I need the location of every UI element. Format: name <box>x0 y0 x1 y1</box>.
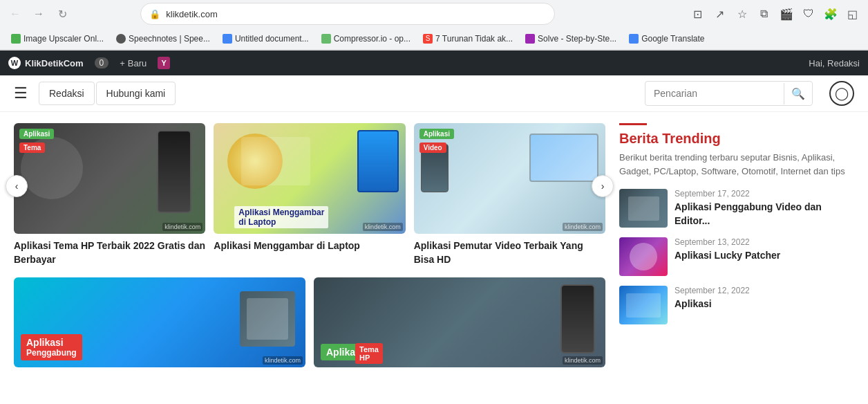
search-button[interactable]: 🔍 <box>784 83 812 104</box>
trending-list: September 17, 2022 Aplikasi Penggabung V… <box>619 189 854 324</box>
bookmark-label-upscaler: Image Upscaler Onl... <box>23 34 104 44</box>
bottom-card-2[interactable]: Aplikasi Tema HP klindetik.com <box>314 277 605 367</box>
wp-site-name: KlikDetikCom <box>25 58 84 68</box>
address-bar[interactable]: 🔒 klikdetik.com <box>140 3 555 25</box>
bookmark-item-7turunan[interactable]: S 7 Turunan Tidak ak... <box>417 32 518 46</box>
bookmark-label-compressor: Compressor.io - op... <box>334 34 411 44</box>
wp-comments[interactable]: 0 <box>95 57 109 68</box>
yoast-icon: Y <box>158 57 170 69</box>
bookmark-label-speechnotes: Speechnotes | Spee... <box>129 34 210 44</box>
plus-icon: + <box>120 58 125 68</box>
watermark-4: klindetik.com <box>263 356 303 365</box>
card-badge-video: Video <box>419 143 446 153</box>
cinema-icon[interactable]: 🎬 <box>777 4 796 24</box>
nav-redaksi[interactable]: Redaksi <box>39 82 95 105</box>
carousel-next-button[interactable]: › <box>592 175 614 197</box>
extensions-icon[interactable]: 🧩 <box>821 4 840 24</box>
bookmark-item-speechnotes[interactable]: Speechnotes | Spee... <box>111 32 216 46</box>
search-input[interactable] <box>645 84 784 103</box>
bookmark-label-solve: Solve - Step-by-Ste... <box>538 34 616 44</box>
card-title-2: Aplikasi Menggambar di Laptop <box>214 239 405 253</box>
bottom-badge-hp: HP <box>359 354 379 362</box>
share-icon[interactable]: ↗ <box>710 4 730 24</box>
bookmark-item-upscaler[interactable]: Image Upscaler Onl... <box>6 32 109 46</box>
back-button[interactable]: ← <box>6 4 25 24</box>
bookmark-star-icon[interactable]: ☆ <box>733 4 752 24</box>
card-thumb-2: Aplikasi Menggambardi Laptop klindetik.c… <box>214 123 405 234</box>
bottom-badge-penggabung: Penggabung <box>26 348 77 358</box>
trending-date-2: September 13, 2022 <box>674 237 854 247</box>
carousel-card-2[interactable]: Aplikasi Menggambardi Laptop klindetik.c… <box>214 123 405 266</box>
trending-bar <box>619 123 647 125</box>
header-nav: Redaksi Hubungi kami <box>39 82 176 105</box>
trending-item-3[interactable]: September 12, 2022 Aplikasi <box>619 286 854 324</box>
trending-item-2-meta: September 13, 2022 Aplikasi Lucky Patche… <box>674 237 854 276</box>
comment-count: 0 <box>95 57 109 68</box>
bottom-cards: Aplikasi Penggabung klindetik.com Aplika… <box>14 277 605 367</box>
watermark-3: klindetik.com <box>563 223 603 231</box>
bottom-badge-tema: Tema <box>359 345 379 354</box>
wp-greeting: Hai, Redaksi <box>809 58 860 68</box>
bottom-card-1[interactable]: Aplikasi Penggabung klindetik.com <box>14 277 305 367</box>
bookmark-favicon-gtranslate <box>629 34 639 44</box>
carousel: ‹ Aplikasi Tema klindetik.com Aplikasi T… <box>14 123 605 266</box>
carousel-prev-button[interactable]: ‹ <box>6 175 28 197</box>
profile-icon[interactable]: ◱ <box>843 4 862 24</box>
trending-title-2: Aplikasi Lucky Patcher <box>674 249 854 263</box>
bookmark-favicon-gdoc <box>223 34 232 44</box>
carousel-card-1[interactable]: Aplikasi Tema klindetik.com Aplikasi Tem… <box>14 123 205 266</box>
bookmark-favicon-speechnotes <box>116 34 126 44</box>
bookmark-item-gtranslate[interactable]: Google Translate <box>623 32 710 46</box>
address-bar-row: ← → ↻ 🔒 klikdetik.com ⊡ ↗ ☆ ⧉ 🎬 🛡 🧩 ◱ <box>0 0 868 28</box>
wp-new[interactable]: + Baru <box>120 58 147 68</box>
trending-title-3: Aplikasi <box>674 297 854 311</box>
hamburger-menu[interactable]: ☰ <box>14 84 28 102</box>
trending-date-3: September 12, 2022 <box>674 286 854 295</box>
trending-title-1: Aplikasi Penggabung Video dan Editor... <box>674 201 854 228</box>
card-overlay-text: Aplikasi Menggambardi Laptop <box>234 206 328 228</box>
forward-button[interactable]: → <box>29 4 48 24</box>
carousel-card-3[interactable]: Aplikasi Video klindetik.com Aplikasi Pe… <box>414 123 605 266</box>
trending-thumb-3 <box>619 286 668 324</box>
nav-hubungi[interactable]: Hubungi kami <box>96 82 176 105</box>
bottom-badge-aplikasi: Aplikasi <box>26 337 77 348</box>
bookmark-label-gdoc: Untitled document... <box>235 34 309 44</box>
bookmark-label-7turunan: 7 Turunan Tidak ak... <box>435 34 513 44</box>
browser-toolbar-icons: ⊡ ↗ ☆ ⧉ 🎬 🛡 🧩 ◱ <box>688 4 862 24</box>
card-badge-1: Aplikasi <box>19 129 54 139</box>
shield-icon[interactable]: 🛡 <box>799 4 818 24</box>
wp-logo[interactable]: W KlikDetikCom <box>8 57 84 69</box>
bottom-card-thumb-2: Aplikasi Tema HP klindetik.com <box>314 277 605 367</box>
watermark-2: klindetik.com <box>363 223 403 231</box>
reload-button[interactable]: ↻ <box>53 4 72 24</box>
bookmark-item-compressor[interactable]: Compressor.io - op... <box>316 32 416 46</box>
trending-item-3-meta: September 12, 2022 Aplikasi <box>674 286 854 324</box>
trending-thumb-2 <box>619 237 668 276</box>
card-thumb-3: Aplikasi Video klindetik.com <box>414 123 605 234</box>
wp-yoast[interactable]: Y <box>158 57 170 69</box>
multiwindow-icon[interactable]: ⧉ <box>755 4 774 24</box>
bookmarks-bar: Image Upscaler Onl... Speechnotes | Spee… <box>0 28 868 50</box>
trending-item-1-meta: September 17, 2022 Aplikasi Penggabung V… <box>674 189 854 228</box>
screen-capture-icon[interactable]: ⊡ <box>688 4 708 24</box>
bookmark-favicon-upscaler <box>11 34 21 44</box>
greeting-text: Hai, Redaksi <box>809 58 860 68</box>
trending-item-2[interactable]: September 13, 2022 Aplikasi Lucky Patche… <box>619 237 854 276</box>
main-container: ‹ Aplikasi Tema klindetik.com Aplikasi T… <box>0 112 868 378</box>
dark-mode-toggle[interactable]: ◯ <box>829 81 854 106</box>
content-area: ‹ Aplikasi Tema klindetik.com Aplikasi T… <box>14 123 605 367</box>
lock-icon: 🔒 <box>149 9 160 19</box>
url-text: klikdetik.com <box>166 9 546 19</box>
card-title-3: Aplikasi Pemutar Video Terbaik Yang Bisa… <box>414 239 605 266</box>
bookmark-favicon-7turunan: S <box>423 34 433 44</box>
wp-icon: W <box>8 57 21 69</box>
card-badge-3a: Aplikasi <box>419 129 454 139</box>
site-header: ☰ Redaksi Hubungi kami 🔍 ◯ <box>0 75 868 112</box>
wp-admin-bar: W KlikDetikCom 0 + Baru Y Hai, Redaksi <box>0 50 868 75</box>
bookmark-item-solve[interactable]: Solve - Step-by-Ste... <box>520 32 622 46</box>
trending-title: Berita Trending <box>619 131 854 147</box>
card-thumb-1: Aplikasi Tema klindetik.com <box>14 123 205 234</box>
trending-item-1[interactable]: September 17, 2022 Aplikasi Penggabung V… <box>619 189 854 228</box>
bookmark-item-gdoc[interactable]: Untitled document... <box>217 32 314 46</box>
card-badge-tema: Tema <box>19 143 45 153</box>
